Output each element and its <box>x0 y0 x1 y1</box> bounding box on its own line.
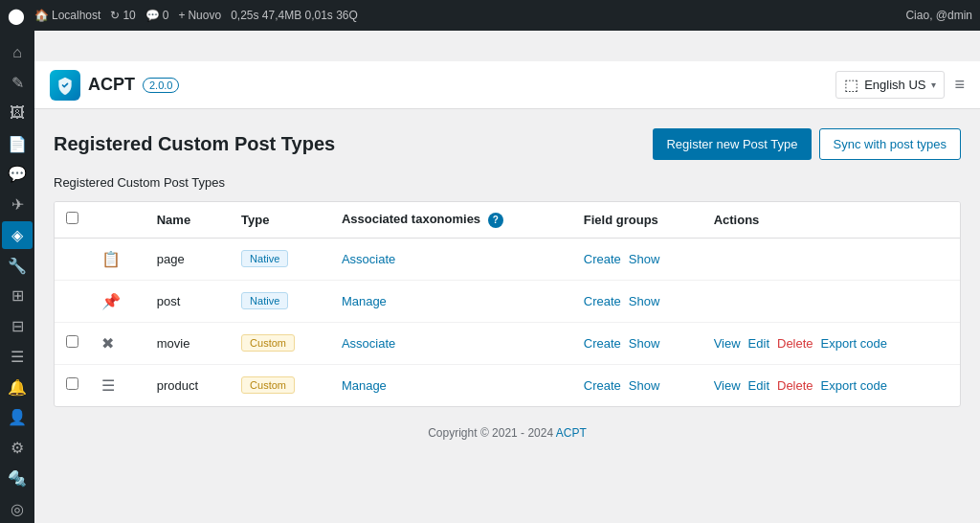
create-link[interactable]: Create <box>584 378 621 393</box>
type-badge-custom: Custom <box>241 376 295 394</box>
taxonomy-manage-link[interactable]: Manage <box>342 294 387 308</box>
row-checkbox[interactable] <box>66 335 78 348</box>
home-icon: 🏠 <box>34 9 49 22</box>
taxonomy-manage-link[interactable]: Manage <box>342 378 387 393</box>
td-actions <box>702 238 960 280</box>
sidebar-icon-dashboard[interactable]: ⌂ <box>2 38 33 67</box>
sidebar-icon-users[interactable]: 👤 <box>2 403 33 432</box>
show-link[interactable]: Show <box>629 252 660 266</box>
sidebar-icon-settings[interactable]: ⚙ <box>2 434 33 463</box>
table-card: Name Type Associated taxonomies ? Field … <box>54 201 961 407</box>
td-type: Custom <box>230 364 330 406</box>
td-actions <box>702 280 960 322</box>
sidebar-icon-grid[interactable]: ⊞ <box>2 282 33 310</box>
select-all-checkbox[interactable] <box>66 212 78 224</box>
view-link[interactable]: View <box>714 378 741 393</box>
view-link[interactable]: View <box>714 336 741 351</box>
admin-bar-updates[interactable]: ↻ 10 <box>110 9 135 22</box>
admin-bar-comments[interactable]: 💬 0 <box>145 9 169 22</box>
td-field-groups: Create Show <box>572 238 702 280</box>
sidebar-icon-posts[interactable]: ✎ <box>2 69 33 98</box>
td-type: Native <box>230 280 330 322</box>
td-actions: View Edit Delete Export code <box>702 322 960 364</box>
create-link[interactable]: Create <box>584 336 621 351</box>
th-icon <box>90 202 145 238</box>
table-header-row: Name Type Associated taxonomies ? Field … <box>55 202 960 238</box>
comment-icon: 💬 <box>145 9 160 22</box>
delete-link[interactable]: Delete <box>777 336 813 351</box>
create-link[interactable]: Create <box>584 294 621 308</box>
table-row: 📌 post Native Manage Create Show <box>55 280 960 322</box>
th-name: Name <box>145 202 230 238</box>
sidebar-icon-airplane[interactable]: ✈ <box>2 191 33 219</box>
sidebar-icon-media[interactable]: 🖼 <box>2 100 33 128</box>
taxonomy-associate-link[interactable]: Associate <box>342 252 395 266</box>
language-selector[interactable]: ⬚ English US ▾ <box>835 71 945 99</box>
th-taxonomies: Associated taxonomies ? <box>330 202 572 238</box>
row-checkbox[interactable] <box>66 377 78 390</box>
sidebar-icon-list[interactable]: ☰ <box>2 343 33 372</box>
show-link[interactable]: Show <box>629 294 660 308</box>
sidebar-icon-bell[interactable]: 🔔 <box>2 373 33 401</box>
admin-bar-perf: 0,25s 47,4MB 0,01s 36Q <box>231 9 358 22</box>
admin-bar-localhost[interactable]: 🏠 Localhost <box>34 9 100 22</box>
sidebar-icon-acpt[interactable]: ◈ <box>2 221 33 250</box>
sidebar-icon-pages[interactable]: 📄 <box>2 129 33 158</box>
delete-link[interactable]: Delete <box>777 378 813 393</box>
type-badge-native: Native <box>241 292 288 309</box>
td-checkbox <box>55 364 90 406</box>
sync-post-types-button[interactable]: Sync with post types <box>819 128 962 160</box>
edit-link[interactable]: Edit <box>748 336 769 351</box>
td-actions: View Edit Delete Export code <box>702 364 960 406</box>
taxonomies-info-icon[interactable]: ? <box>488 213 503 228</box>
th-actions: Actions <box>702 202 960 238</box>
td-type: Native <box>230 238 330 280</box>
page-actions: Register new Post Type Sync with post ty… <box>653 128 961 160</box>
td-taxonomies: Associate <box>330 238 572 280</box>
show-link[interactable]: Show <box>629 378 660 393</box>
sidebar-icon-circle[interactable]: ◎ <box>2 494 33 523</box>
th-checkbox <box>55 202 90 238</box>
plugin-logo-icon <box>50 70 80 101</box>
export-code-link[interactable]: Export code <box>821 336 887 351</box>
th-field-groups: Field groups <box>572 202 702 238</box>
admin-bar-new[interactable]: + Nuovo <box>178 9 221 22</box>
sidebar-icon-layers[interactable]: ⊟ <box>2 312 33 341</box>
show-link[interactable]: Show <box>629 336 660 351</box>
language-label: English US <box>864 78 925 92</box>
sidebar-icon-comments[interactable]: 💬 <box>2 160 33 189</box>
field-groups: Create Show <box>584 378 691 393</box>
td-name: post <box>145 280 230 322</box>
td-name: movie <box>145 322 230 364</box>
th-type: Type <box>230 202 330 238</box>
footer-acpt-link[interactable]: ACPT <box>556 426 587 440</box>
edit-link[interactable]: Edit <box>748 378 769 393</box>
td-field-groups: Create Show <box>572 322 702 364</box>
register-post-type-button[interactable]: Register new Post Type <box>653 128 811 160</box>
post-icon: 📌 <box>101 293 121 309</box>
td-field-groups: Create Show <box>572 364 702 406</box>
td-name: page <box>145 238 230 280</box>
post-types-table: Name Type Associated taxonomies ? Field … <box>55 202 960 406</box>
main-wrap: ACPT 2.0.0 ⬚ English US ▾ ≡ Registered C… <box>34 61 980 523</box>
create-link[interactable]: Create <box>584 252 621 266</box>
sidebar-icon-tools[interactable]: 🔧 <box>2 251 33 280</box>
plus-icon: + <box>178 9 185 22</box>
taxonomy-associate-link[interactable]: Associate <box>342 336 395 351</box>
plugin-logo: ACPT 2.0.0 <box>50 70 179 101</box>
plugin-header: ACPT 2.0.0 ⬚ English US ▾ ≡ <box>34 61 980 109</box>
field-groups: Create Show <box>584 336 691 351</box>
td-taxonomies: Manage <box>330 280 572 322</box>
sidebar-icon-wrench[interactable]: 🔩 <box>2 465 33 493</box>
menu-icon[interactable]: ≡ <box>954 75 965 95</box>
export-code-link[interactable]: Export code <box>821 378 887 393</box>
wp-logo[interactable]: ⬤ <box>8 7 25 25</box>
breadcrumb: Registered Custom Post Types <box>54 175 961 190</box>
table-row: ✖ movie Custom Associate Create Sho <box>55 322 960 364</box>
td-type: Custom <box>230 322 330 364</box>
td-icon: ✖ <box>90 322 145 364</box>
update-icon: ↻ <box>110 9 120 22</box>
type-badge-custom: Custom <box>241 334 295 352</box>
plugin-header-right: ⬚ English US ▾ ≡ <box>835 71 965 99</box>
page-title: Registered Custom Post Types <box>54 133 335 155</box>
